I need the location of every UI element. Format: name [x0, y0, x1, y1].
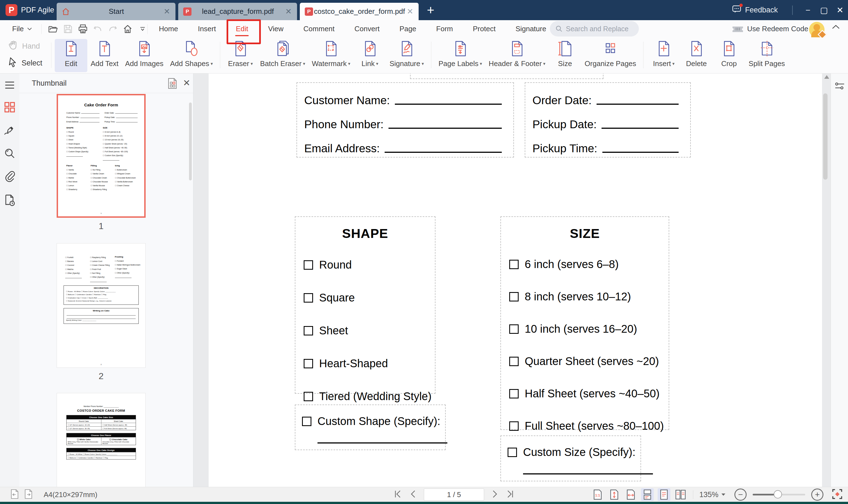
checkbox-icon[interactable]	[508, 448, 517, 457]
checkbox-option[interactable]: Custom Shape (Specify):	[302, 415, 445, 428]
tab-close-icon[interactable]: ✕	[406, 7, 414, 16]
maximize-button[interactable]: ▢	[816, 0, 832, 20]
document-tab[interactable]: Plead_capture_form.pdf✕	[178, 3, 297, 20]
search-icon[interactable]	[4, 147, 16, 160]
thumbnail[interactable]: Cake Order FormCustomer Name:Phone Numbe…	[57, 94, 146, 231]
edit-button[interactable]: Edit	[55, 39, 87, 72]
properties-sliders-icon[interactable]	[835, 82, 845, 91]
document-scrollbar[interactable]	[823, 93, 828, 180]
checkbox-icon[interactable]	[304, 326, 313, 336]
insert-button[interactable]: Insert▾	[647, 39, 680, 72]
menu-item-comment[interactable]: Comment	[303, 20, 335, 38]
document-tab[interactable]: Pcostco_cake_order_form.pdf✕	[300, 3, 419, 20]
select-tool-button[interactable]: Select	[8, 57, 42, 70]
zoom-in-icon[interactable]: +	[811, 488, 824, 501]
avatar[interactable]	[809, 22, 825, 37]
page-labels-button[interactable]: Page Labels▾	[435, 39, 486, 72]
more-icon[interactable]	[137, 23, 148, 35]
delete-button[interactable]: Delete	[680, 39, 712, 72]
checkbox-option[interactable]: Square	[304, 291, 427, 304]
crop-button[interactable]: Crop	[712, 39, 745, 72]
thumbnail[interactable]: ☐ Funfetti☐ Banana☐ Coconut☐ Matcha☐ Oth…	[57, 243, 146, 381]
size-options-block[interactable]: SIZE6 inch (serves 6–8)8 inch (serves 10…	[500, 216, 669, 430]
single-page-icon[interactable]	[657, 488, 670, 501]
checkbox-icon[interactable]	[304, 392, 313, 401]
checkbox-icon[interactable]	[509, 389, 519, 398]
checkbox-option[interactable]: Full Sheet (serves ~80–100)	[509, 420, 661, 432]
fullscreen-icon[interactable]	[831, 488, 843, 501]
checkbox-option[interactable]: Round	[304, 259, 427, 271]
checkbox-icon[interactable]	[304, 293, 313, 303]
thumbnail[interactable]: Member Phone Number: _______________COST…	[57, 393, 146, 487]
checkbox-option[interactable]: Tiered (Wedding Style)	[304, 390, 427, 402]
header-footer-button[interactable]: Header & Footer▾	[486, 39, 549, 72]
scroll-up-arrow[interactable]	[824, 75, 829, 79]
menu-item-home[interactable]: Home	[159, 20, 178, 38]
checkbox-option[interactable]: 8 inch (serves 10–12)	[509, 290, 661, 303]
print-icon[interactable]	[77, 23, 88, 35]
new-tab-button[interactable]: +	[427, 2, 434, 18]
zoom-slider[interactable]	[753, 494, 805, 496]
tab-close-icon[interactable]: ✕	[163, 7, 171, 16]
menu-item-page[interactable]: Page	[399, 20, 416, 38]
contact-info-block[interactable]: Customer Name:Phone Number:Email Address…	[296, 82, 514, 158]
document-tab[interactable]: Start✕	[57, 3, 176, 20]
checkbox-icon[interactable]	[509, 260, 519, 269]
close-panel-icon[interactable]: ✕	[183, 78, 191, 88]
menu-item-insert[interactable]: Insert	[198, 20, 216, 38]
home-icon[interactable]	[122, 23, 133, 35]
checkbox-icon[interactable]	[509, 421, 519, 431]
menu-item-protect[interactable]: Protect	[473, 20, 495, 38]
organize-pages-icon[interactable]	[167, 78, 178, 90]
tab-close-icon[interactable]: ✕	[284, 7, 293, 16]
custom-size-block[interactable]: Custom Size (Specify):	[500, 435, 641, 481]
menu-item-form[interactable]: Form	[436, 20, 453, 38]
add-shapes-button[interactable]: Add Shapes▾	[167, 39, 216, 72]
checkbox-option[interactable]: Sheet	[304, 324, 427, 337]
menu-item-view[interactable]: View	[268, 20, 284, 38]
custom-shape-block[interactable]: Custom Shape (Specify):	[295, 404, 446, 450]
add-images-button[interactable]: Add Images	[122, 39, 167, 72]
close-button[interactable]: ✕	[832, 0, 848, 20]
continuous-scroll-icon[interactable]	[641, 488, 654, 501]
last-page-icon[interactable]	[506, 490, 515, 500]
add-text-button[interactable]: Add Text	[87, 39, 122, 72]
thumbnail-page[interactable]: Member Phone Number: _______________COST…	[57, 393, 146, 487]
file-history-icon[interactable]	[4, 194, 16, 207]
checkbox-icon[interactable]	[304, 359, 313, 368]
checkbox-option[interactable]: Quarter Sheet (serves ~20)	[509, 355, 661, 367]
signature-button[interactable]: Signature▾	[386, 39, 427, 72]
menu-item-signature[interactable]: Signature	[516, 20, 546, 38]
thumbnail-grid-icon[interactable]	[4, 101, 16, 114]
checkbox-icon[interactable]	[509, 324, 519, 334]
prev-page-doc-icon[interactable]	[10, 489, 19, 500]
thumbnail-scrollbar[interactable]	[189, 103, 192, 180]
checkbox-option[interactable]: 6 inch (serves 6–8)	[509, 258, 661, 271]
menu-icon[interactable]	[4, 81, 15, 91]
signature-pen-icon[interactable]	[4, 125, 16, 137]
checkbox-option[interactable]: Half Sheet (serves ~40–50)	[509, 388, 661, 400]
hand-tool-button[interactable]: Hand	[8, 40, 42, 53]
minimize-button[interactable]: −	[800, 0, 816, 20]
split-pages-button[interactable]: Split Pages	[745, 39, 788, 72]
menu-item-convert[interactable]: Convert	[355, 20, 380, 38]
collapse-ribbon-button[interactable]	[831, 24, 841, 31]
attachment-icon[interactable]	[4, 171, 16, 183]
first-page-icon[interactable]	[394, 490, 402, 500]
size-button[interactable]: Size	[549, 39, 581, 72]
zoom-slider-knob[interactable]	[774, 490, 782, 499]
zoom-level-dropdown[interactable]: 135%	[699, 490, 726, 499]
page-number-input[interactable]: 1 / 5	[424, 488, 484, 501]
feedback-button[interactable]: Feedback	[732, 5, 778, 16]
pdf-page[interactable]: Customer Name:Phone Number:Email Address…	[209, 73, 822, 487]
link-button[interactable]: Link▾	[354, 39, 386, 72]
checkbox-option[interactable]: Heart-Shaped	[304, 357, 427, 370]
shape-options-block[interactable]: SHAPERoundSquareSheetHeart-ShapedTiered …	[295, 216, 435, 394]
checkbox-option[interactable]: 10 inch (serves 16–20)	[509, 323, 661, 335]
prev-page-icon[interactable]	[410, 490, 416, 500]
thumbnail-page[interactable]: Cake Order FormCustomer Name:Phone Numbe…	[57, 94, 146, 218]
fit-height-icon[interactable]	[608, 488, 620, 501]
organize-pages-button[interactable]: Organize Pages	[581, 39, 639, 72]
redeem-code-button[interactable]: Use Redeem Code	[732, 20, 808, 38]
checkbox-icon[interactable]	[302, 417, 311, 426]
